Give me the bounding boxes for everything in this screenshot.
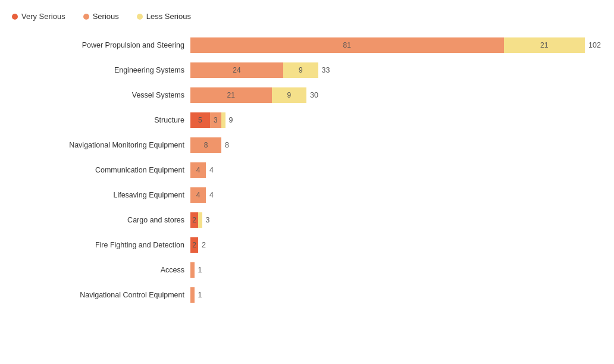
segment-serious: 81	[190, 37, 504, 53]
chart-row: Vessel Systems21930	[6, 83, 602, 108]
bar-section: 22	[190, 237, 206, 253]
segment-very-serious: 5	[190, 112, 210, 128]
bar-section: 539	[190, 112, 233, 128]
legend-item-less-serious: Less Serious	[137, 12, 191, 21]
bar-total: 4	[209, 166, 214, 174]
chart-row: Communication Equipment44	[6, 158, 602, 183]
chart-container: Very Serious Serious Less Serious Power …	[0, 0, 614, 364]
legend-dot-serious	[83, 14, 89, 20]
bar-section: 44	[190, 162, 214, 178]
bar-section: 21930	[190, 87, 318, 103]
segment-serious: 3	[210, 112, 222, 128]
chart-row: Navigational Monitoring Equipment88	[6, 133, 602, 158]
row-label: Communication Equipment	[6, 166, 190, 174]
bar-total: 1	[198, 291, 202, 299]
chart-row: Engineering Systems24933	[6, 58, 602, 83]
chart-area: Power Propulsion and Steering8121102Engi…	[6, 33, 602, 307]
segment-very-serious: 2	[190, 237, 198, 253]
chart-row: Structure539	[6, 108, 602, 133]
chart-row: Power Propulsion and Steering8121102	[6, 33, 602, 58]
chart-row: Fire Fighting and Detection22	[6, 233, 602, 258]
chart-row: Cargo and stores23	[6, 208, 602, 233]
bar-section: 44	[190, 187, 214, 203]
chart-row: Lifesaving Equipment44	[6, 183, 602, 208]
segment-serious	[190, 287, 195, 303]
bar-section: 88	[190, 137, 229, 153]
row-label: Access	[6, 266, 190, 274]
bar-total: 4	[209, 191, 214, 199]
segment-serious: 4	[190, 187, 206, 203]
row-label: Vessel Systems	[6, 91, 190, 99]
bar-total: 30	[310, 91, 318, 99]
bar-total: 3	[206, 216, 210, 224]
row-label: Engineering Systems	[6, 66, 190, 74]
row-label: Navigational Monitoring Equipment	[6, 141, 190, 149]
row-label: Lifesaving Equipment	[6, 191, 190, 199]
bar-total: 33	[322, 66, 330, 74]
row-label: Power Propulsion and Steering	[6, 41, 190, 49]
segment-very-serious: 2	[190, 212, 198, 228]
row-label: Cargo and stores	[6, 216, 190, 224]
bar-section: 24933	[190, 62, 330, 78]
bar-total: 1	[198, 266, 202, 274]
legend-dot-very-serious	[12, 14, 18, 20]
segment-less-serious: 9	[283, 62, 318, 78]
legend-label-serious: Serious	[93, 12, 119, 21]
segment-less-serious: 21	[504, 37, 585, 53]
legend-label-less-serious: Less Serious	[146, 12, 191, 21]
bar-total: 102	[588, 41, 601, 49]
legend-label-very-serious: Very Serious	[21, 12, 65, 21]
segment-serious: 21	[190, 87, 272, 103]
legend-item-very-serious: Very Serious	[12, 12, 65, 21]
row-label: Fire Fighting and Detection	[6, 241, 190, 249]
chart-row: Access1	[6, 258, 602, 283]
chart-row: Navigational Control Equipment1	[6, 283, 602, 307]
row-label: Navigational Control Equipment	[6, 291, 190, 299]
segment-serious	[190, 262, 195, 278]
legend: Very Serious Serious Less Serious	[12, 12, 602, 21]
segment-serious: 8	[190, 137, 221, 153]
segment-serious: 4	[190, 162, 206, 178]
bar-section: 1	[190, 262, 202, 278]
legend-dot-less-serious	[137, 14, 143, 20]
bar-total: 8	[225, 141, 229, 149]
row-label: Structure	[6, 116, 190, 124]
segment-serious: 24	[190, 62, 283, 78]
segment-less-serious	[221, 112, 225, 128]
bar-section: 1	[190, 287, 202, 303]
segment-less-serious	[198, 212, 202, 228]
bar-total: 2	[202, 241, 206, 249]
bar-section: 23	[190, 212, 209, 228]
bar-section: 8121102	[190, 37, 601, 53]
bar-total: 9	[229, 116, 233, 124]
segment-less-serious: 9	[272, 87, 307, 103]
legend-item-serious: Serious	[83, 12, 119, 21]
